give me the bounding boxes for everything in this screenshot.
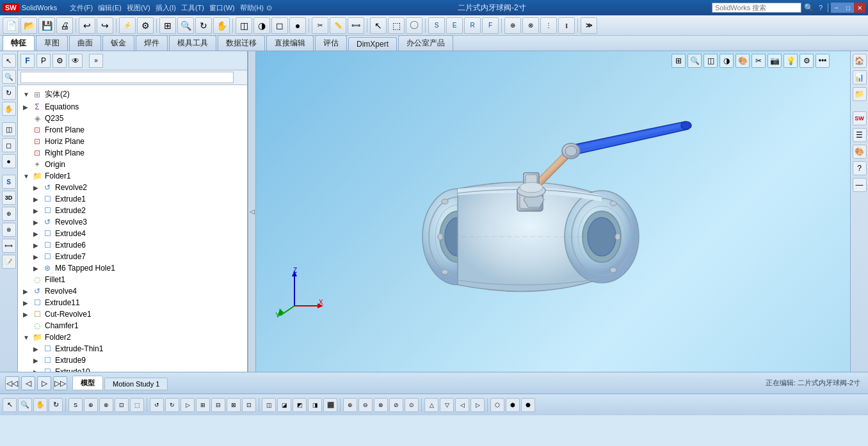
tree-item-fillet1[interactable]: ◌ Fillet1 (18, 274, 247, 285)
menu-view[interactable]: 视图(V) (127, 3, 150, 13)
rs-home[interactable]: 🏠 (853, 54, 867, 68)
prev-btn[interactable]: ◁ (21, 376, 35, 390)
tree-item-right-plane[interactable]: ⊡ Right Plane (18, 147, 247, 159)
panel-expand[interactable]: » (89, 54, 103, 68)
bt-s4[interactable]: ⊡ (115, 398, 129, 412)
bt-select[interactable]: ↖ (3, 398, 17, 412)
vp-zoom-to-fit[interactable]: ⊞ (671, 54, 686, 68)
bt-f6[interactable]: ⊠ (227, 398, 241, 412)
bt-g3[interactable]: ◩ (293, 398, 307, 412)
vp-camera[interactable]: 📷 (768, 54, 782, 68)
bt-i4[interactable]: ▷ (470, 398, 485, 412)
bt-f3[interactable]: ▷ (181, 398, 195, 412)
section-btn[interactable]: ✂ (312, 17, 328, 34)
extrude-btn[interactable]: E (446, 17, 463, 34)
options-btn[interactable]: ⚙ (137, 17, 154, 34)
lv-dim[interactable]: ⟺ (2, 239, 16, 253)
lv-view1[interactable]: ◫ (2, 122, 16, 136)
vp-appearance[interactable]: 🎨 (735, 54, 750, 68)
tab-datamigration[interactable]: 数据迁移 (218, 35, 265, 51)
lv-pan[interactable]: ✋ (2, 102, 16, 116)
tab-sheetmetal[interactable]: 钣金 (102, 35, 134, 51)
tree-item-equations[interactable]: ▶ Σ Equations (18, 101, 247, 113)
lv-ref[interactable]: ⊗ (2, 223, 16, 237)
rs-tasks[interactable]: ☰ (853, 128, 867, 142)
panel-featuremanager[interactable]: F (20, 54, 35, 68)
open-btn[interactable]: 📂 (20, 17, 37, 34)
tab-directedit[interactable]: 直接编辑 (266, 35, 314, 51)
new-btn[interactable]: 📄 (3, 17, 19, 34)
search-icon[interactable]: 🔍 (804, 3, 814, 12)
tree-item-chamfer1[interactable]: ◌ Chamfer1 (18, 320, 247, 331)
bt-g1[interactable]: ◫ (262, 398, 276, 412)
tree-item-origin[interactable]: + Origin (18, 159, 247, 170)
lv-feature[interactable]: ⊕ (2, 207, 16, 221)
zoom-in-btn[interactable]: 🔍 (177, 17, 194, 34)
tab-sketch[interactable]: 草图 (36, 35, 68, 51)
menu-file[interactable]: 文件(F) (70, 3, 93, 13)
bt-i2[interactable]: ▽ (440, 398, 454, 412)
lv-zoom[interactable]: 🔍 (2, 70, 16, 84)
lv-3d[interactable]: 3D (2, 191, 16, 205)
revolve-btn[interactable]: R (464, 17, 481, 34)
bt-zoom[interactable]: 🔍 (18, 398, 32, 412)
bt-f4[interactable]: ⊞ (196, 398, 210, 412)
menu-question[interactable]: ⊙ (266, 4, 272, 12)
lv-view3[interactable]: ● (2, 154, 16, 168)
rs-minimize-all[interactable]: — (853, 178, 867, 192)
save-btn[interactable]: 💾 (38, 17, 55, 34)
mate-btn[interactable]: ⊗ (522, 17, 539, 34)
filter-input[interactable] (20, 72, 234, 83)
bt-f2[interactable]: ↻ (165, 398, 179, 412)
tree-item-extrude7[interactable]: ▶ ☐ Extrude7 (18, 251, 247, 262)
vp-lights[interactable]: 💡 (784, 54, 798, 68)
tab-moldtools[interactable]: 模具工具 (169, 35, 216, 51)
tree-item-folder2[interactable]: ▼ 📁 Folder2 (18, 331, 247, 343)
panel-collapse-handle[interactable]: ◁ (248, 51, 256, 372)
panel-display[interactable]: 👁 (68, 54, 83, 68)
rs-help[interactable]: ? (853, 161, 867, 175)
redo-btn[interactable]: ↪ (97, 17, 113, 34)
lv-sketch[interactable]: S (2, 175, 16, 189)
rs-solidworks[interactable]: SW (853, 111, 867, 125)
menu-edit[interactable]: 编辑(E) (98, 3, 122, 13)
help-btn[interactable]: ? (819, 4, 823, 12)
tree-item-revolve4[interactable]: ▶ ↺ Revolve4 (18, 285, 247, 297)
select-btn[interactable]: ↖ (370, 17, 387, 34)
rs-chart[interactable]: 📊 (853, 70, 867, 84)
tree-item-extrude6[interactable]: ▶ ☐ Extrude6 (18, 239, 247, 251)
tree-item-material[interactable]: ◈ Q235 (18, 113, 247, 124)
prev-page-btn[interactable]: ◁◁ (5, 376, 19, 390)
tree-item-folder1[interactable]: ▼ 📁 Folder1 (18, 170, 247, 182)
measure-btn[interactable]: 📏 (330, 17, 346, 34)
bt-s5[interactable]: ⬚ (130, 398, 144, 412)
vp-more[interactable]: ••• (816, 54, 830, 68)
lv-note[interactable]: 📝 (2, 255, 16, 269)
bt-h4[interactable]: ⊘ (389, 398, 403, 412)
more-btn[interactable]: ≫ (581, 17, 597, 34)
bt-i3[interactable]: ◁ (455, 398, 469, 412)
display-btn[interactable]: ◑ (253, 17, 270, 34)
panel-config[interactable]: ⚙ (52, 54, 67, 68)
bt-f5[interactable]: ⊟ (211, 398, 225, 412)
vp-display-style[interactable]: ◑ (719, 54, 734, 68)
tree-item-extrude10[interactable]: ▶ ☐ Extrude10 (18, 366, 247, 372)
print-btn[interactable]: 🖨 (56, 17, 73, 34)
bt-pan[interactable]: ✋ (33, 398, 47, 412)
tab-motion-study[interactable]: Motion Study 1 (104, 378, 168, 390)
vp-section-view[interactable]: ✂ (751, 54, 766, 68)
tab-features[interactable]: 特征 (3, 35, 35, 51)
pattern-btn[interactable]: ⋮ (540, 17, 557, 34)
menu-window[interactable]: 窗口(W) (209, 3, 235, 13)
tree-item-front-plane[interactable]: ⊡ Front Plane (18, 124, 247, 136)
assembly-btn[interactable]: ⊕ (504, 17, 521, 34)
lv-view2[interactable]: ◻ (2, 138, 16, 152)
vp-view-orientation[interactable]: ◫ (703, 54, 718, 68)
tab-evaluate[interactable]: 评估 (315, 35, 347, 51)
tree-item-cut-revolve1[interactable]: ▶ ☐ Cut-Revolve1 (18, 308, 247, 320)
bt-s2[interactable]: ⊕ (84, 398, 98, 412)
sketch-btn[interactable]: S (428, 17, 445, 34)
bt-h5[interactable]: ⊙ (405, 398, 419, 412)
tree-item-horiz-plane[interactable]: ⊡ Horiz Plane (18, 136, 247, 147)
tree-item-solids[interactable]: ▼ ⊞ 实体(2) (18, 88, 247, 101)
